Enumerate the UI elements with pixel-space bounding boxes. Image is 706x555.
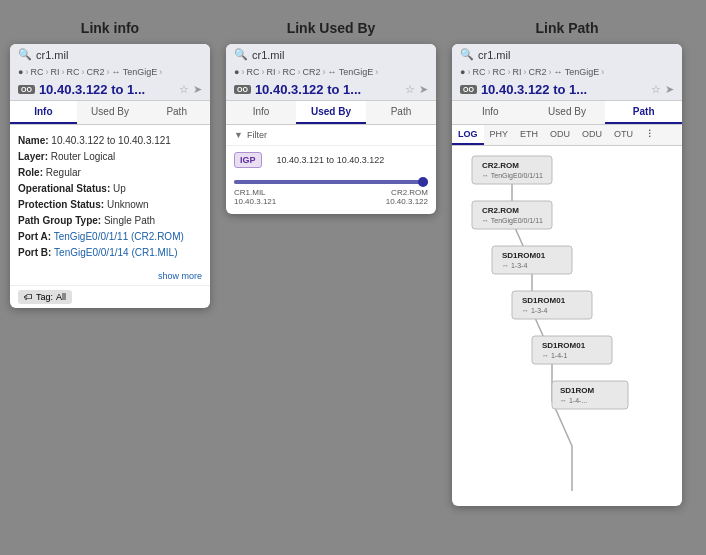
node-b-name: CR2.ROM bbox=[386, 188, 428, 197]
link-info-section: Link info 🔍 cr1.mil ●› RC› RI› RC› CR2› … bbox=[10, 20, 210, 308]
link-info-title: Link info bbox=[81, 20, 139, 36]
tabs-info: Info Used By Path bbox=[10, 101, 210, 125]
header-row-info: OO 10.40.3.122 to 1... ☆ ➤ bbox=[10, 79, 210, 101]
link-icon-used-by: OO bbox=[234, 85, 251, 94]
slider-container: CR1.MIL 10.40.3.121 CR2.ROM 10.40.3.122 bbox=[226, 171, 436, 214]
tab-info-info[interactable]: Info bbox=[10, 101, 77, 124]
svg-text:↔ 1-3-4: ↔ 1-3-4 bbox=[502, 262, 527, 269]
filter-label: Filter bbox=[247, 130, 267, 140]
link-title-info: 10.40.3.122 to 1... bbox=[39, 82, 175, 97]
slider-labels: CR1.MIL 10.40.3.121 CR2.ROM 10.40.3.122 bbox=[234, 188, 428, 206]
link-icon-path: OO bbox=[460, 85, 477, 94]
search-bar-used-by: 🔍 cr1.mil bbox=[226, 44, 436, 65]
slider-node-b: CR2.ROM 10.40.3.122 bbox=[386, 188, 428, 206]
sub-tab-phy[interactable]: PHY bbox=[484, 125, 515, 145]
slider-track[interactable] bbox=[234, 180, 428, 184]
header-row-path: OO 10.40.3.122 to 1... ☆ ➤ bbox=[452, 79, 682, 101]
tab-info-used-by[interactable]: Info bbox=[226, 101, 296, 124]
nav-icon-path[interactable]: ➤ bbox=[665, 83, 674, 96]
tabs-used-by: Info Used By Path bbox=[226, 101, 436, 125]
search-text-info: cr1.mil bbox=[36, 49, 68, 61]
svg-text:↔ 1-3-4: ↔ 1-3-4 bbox=[522, 307, 547, 314]
nav-icon-info[interactable]: ➤ bbox=[193, 83, 202, 96]
header-row-used-by: OO 10.40.3.122 to 1... ☆ ➤ bbox=[226, 79, 436, 101]
tab-used-by-info[interactable]: Used By bbox=[77, 101, 144, 124]
field-port-a: Port A: TenGigE0/0/1/11 (CR2.ROM) bbox=[18, 229, 202, 245]
tab-path-used-by[interactable]: Path bbox=[366, 101, 436, 124]
filter-icon: ▼ bbox=[234, 130, 243, 140]
tag-label: Tag: bbox=[36, 292, 53, 302]
tab-path-info[interactable]: Path bbox=[143, 101, 210, 124]
tag-value: All bbox=[56, 292, 66, 302]
sub-tabs-path: LOG PHY ETH ODU ODU OTU ⋮ bbox=[452, 125, 682, 146]
svg-text:CR2.ROM: CR2.ROM bbox=[482, 161, 519, 170]
tab-used-by-path[interactable]: Used By bbox=[529, 101, 606, 124]
field-op-status: Operational Status: Up bbox=[18, 181, 202, 197]
svg-text:CR2.ROM: CR2.ROM bbox=[482, 206, 519, 215]
breadcrumb-path: ●› RC› RC› RI› CR2› ↔ TenGigE› bbox=[452, 65, 682, 79]
sub-tab-eth[interactable]: ETH bbox=[514, 125, 544, 145]
search-bar-path: 🔍 cr1.mil bbox=[452, 44, 682, 65]
tab-info-path[interactable]: Info bbox=[452, 101, 529, 124]
port-a-link[interactable]: TenGigE0/0/1/11 (CR2.ROM) bbox=[54, 231, 184, 242]
tag-button[interactable]: 🏷 Tag: All bbox=[18, 290, 72, 304]
tag-icon: 🏷 bbox=[24, 292, 33, 302]
search-icon-used-by: 🔍 bbox=[234, 48, 248, 61]
node-b-ip: 10.40.3.122 bbox=[386, 197, 428, 206]
path-diagram: CR2.ROM ↔ TenGigE0/0/1/11 CR2.ROM ↔ TenG… bbox=[452, 146, 682, 506]
igp-badge: IGP bbox=[234, 152, 262, 168]
sub-tab-more[interactable]: ⋮ bbox=[639, 125, 660, 145]
link-path-section: Link Path 🔍 cr1.mil ●› RC› RC› RI› CR2› … bbox=[452, 20, 682, 506]
info-content: Name: 10.40.3.122 to 10.40.3.121 Layer: … bbox=[10, 125, 210, 269]
port-b-link[interactable]: TenGigE0/0/1/14 (CR1.MIL) bbox=[54, 247, 177, 258]
star-icon-path[interactable]: ☆ bbox=[651, 83, 661, 96]
field-role: Role: Regular bbox=[18, 165, 202, 181]
link-used-by-section: Link Used By 🔍 cr1.mil ●› RC› RI› RC› CR… bbox=[226, 20, 436, 214]
breadcrumb-info: ●› RC› RI› RC› CR2› ↔ TenGigE› bbox=[10, 65, 210, 79]
svg-text:SD1ROM01: SD1ROM01 bbox=[542, 341, 586, 350]
star-icon-info[interactable]: ☆ bbox=[179, 83, 189, 96]
search-bar-info: 🔍 cr1.mil bbox=[10, 44, 210, 65]
field-prot-status: Protection Status: Unknown bbox=[18, 197, 202, 213]
show-more-link[interactable]: show more bbox=[10, 269, 210, 285]
sub-tab-log[interactable]: LOG bbox=[452, 125, 484, 145]
star-icon-used-by[interactable]: ☆ bbox=[405, 83, 415, 96]
field-path-group: Path Group Type: Single Path bbox=[18, 213, 202, 229]
link-icon-info: OO bbox=[18, 85, 35, 94]
slider-thumb[interactable] bbox=[418, 177, 428, 187]
link-title-path: 10.40.3.122 to 1... bbox=[481, 82, 647, 97]
filter-row: ▼ Filter bbox=[226, 125, 436, 146]
slider-fill bbox=[234, 180, 428, 184]
link-used-by-card: 🔍 cr1.mil ●› RC› RI› RC› CR2› ↔ TenGigE›… bbox=[226, 44, 436, 214]
svg-text:SD1ROM01: SD1ROM01 bbox=[522, 296, 566, 305]
svg-text:↔ TenGigE0/0/1/11: ↔ TenGigE0/0/1/11 bbox=[482, 217, 543, 225]
svg-text:SD1ROM: SD1ROM bbox=[560, 386, 595, 395]
tab-path-path[interactable]: Path bbox=[605, 101, 682, 124]
svg-text:↔ 1-4-...: ↔ 1-4-... bbox=[560, 397, 587, 404]
svg-text:↔ 1-4-1: ↔ 1-4-1 bbox=[542, 352, 567, 359]
tab-used-by-used-by[interactable]: Used By bbox=[296, 101, 366, 124]
field-layer: Layer: Router Logical bbox=[18, 149, 202, 165]
search-text-used-by: cr1.mil bbox=[252, 49, 284, 61]
search-icon-info: 🔍 bbox=[18, 48, 32, 61]
sub-tab-otu[interactable]: OTU bbox=[608, 125, 639, 145]
field-port-b: Port B: TenGigE0/0/1/14 (CR1.MIL) bbox=[18, 245, 202, 261]
route-label: 10.40.3.121 to 10.40.3.122 bbox=[277, 155, 385, 165]
link-title-used-by: 10.40.3.122 to 1... bbox=[255, 82, 401, 97]
link-path-title: Link Path bbox=[535, 20, 598, 36]
igp-badge-container: IGP 10.40.3.121 to 10.40.3.122 bbox=[226, 146, 436, 171]
sub-tab-odu1[interactable]: ODU bbox=[544, 125, 576, 145]
search-text-path: cr1.mil bbox=[478, 49, 510, 61]
link-used-by-title: Link Used By bbox=[287, 20, 376, 36]
breadcrumb-used-by: ●› RC› RI› RC› CR2› ↔ TenGigE› bbox=[226, 65, 436, 79]
tag-row: 🏷 Tag: All bbox=[10, 285, 210, 308]
tabs-path: Info Used By Path bbox=[452, 101, 682, 125]
sub-tab-odu2[interactable]: ODU bbox=[576, 125, 608, 145]
link-info-card: 🔍 cr1.mil ●› RC› RI› RC› CR2› ↔ TenGigE›… bbox=[10, 44, 210, 308]
svg-text:SD1ROM01: SD1ROM01 bbox=[502, 251, 546, 260]
nav-icon-used-by[interactable]: ➤ bbox=[419, 83, 428, 96]
node-a-name: CR1.MIL bbox=[234, 188, 276, 197]
slider-node-a: CR1.MIL 10.40.3.121 bbox=[234, 188, 276, 206]
search-icon-path: 🔍 bbox=[460, 48, 474, 61]
panels-container: Link info 🔍 cr1.mil ●› RC› RI› RC› CR2› … bbox=[10, 20, 682, 506]
